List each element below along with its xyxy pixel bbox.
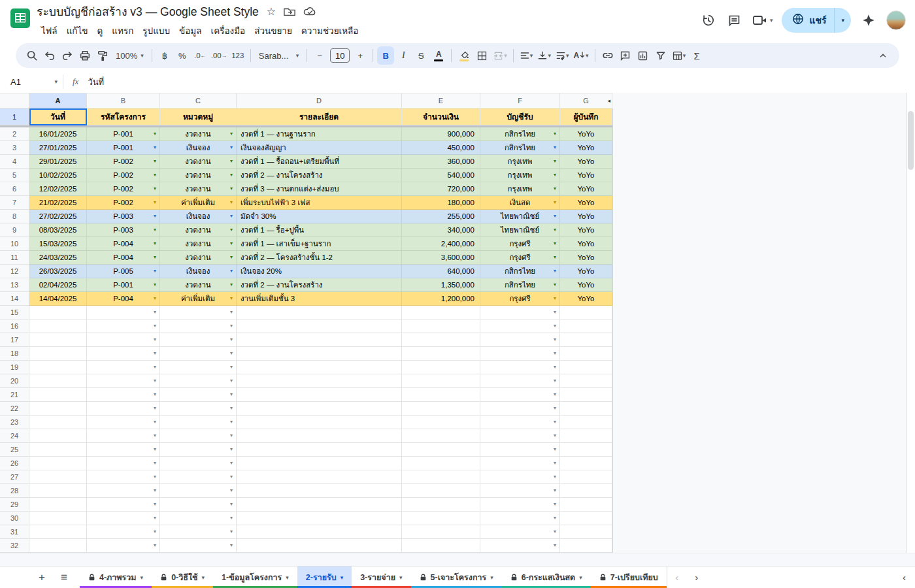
cell-B17[interactable]: ▾	[87, 333, 160, 347]
cell-D25[interactable]	[237, 443, 402, 457]
cell-B15[interactable]: ▾	[87, 306, 160, 319]
cell-F19[interactable]: ▾	[480, 361, 560, 374]
dropdown-arrow-icon[interactable]: ▾	[230, 502, 233, 507]
collapse-toolbar-icon[interactable]	[874, 46, 891, 65]
cell-C23[interactable]: ▾	[160, 416, 237, 429]
cell-A8[interactable]: 27/02/2025	[29, 210, 87, 223]
cell-B6[interactable]: P-002▾	[87, 182, 160, 196]
dropdown-arrow-icon[interactable]: ▾	[230, 310, 233, 315]
cell-C21[interactable]: ▾	[160, 388, 237, 402]
cell-G19[interactable]	[560, 361, 612, 374]
cell-A2[interactable]: 16/01/2025	[29, 127, 87, 141]
sheet-tab-2-รายรับ[interactable]: 2-รายรับ▾	[297, 566, 352, 588]
video-dropdown-caret[interactable]: ▾	[770, 17, 773, 24]
merge-cells-button[interactable]: ▾	[491, 46, 509, 65]
cell-C10[interactable]: งวดงาน▾	[160, 237, 237, 251]
cell-B4[interactable]: P-002▾	[87, 155, 160, 169]
row-header-12[interactable]: 12	[0, 265, 29, 278]
dropdown-arrow-icon[interactable]: ▾	[154, 131, 156, 137]
cell-B14[interactable]: P-004▾	[87, 292, 160, 306]
dropdown-arrow-icon[interactable]: ▾	[554, 282, 556, 287]
cell-F27[interactable]: ▾	[480, 470, 560, 484]
cell-D1[interactable]: รายละเอียด	[237, 108, 402, 125]
dropdown-arrow-icon[interactable]: ▾	[230, 282, 233, 287]
dropdown-arrow-icon[interactable]: ▾	[554, 474, 556, 480]
comments-icon[interactable]	[726, 12, 743, 29]
row-header-9[interactable]: 9	[0, 223, 29, 237]
dropdown-arrow-icon[interactable]: ▾	[154, 461, 156, 466]
cell-C32[interactable]: ▾	[160, 539, 237, 553]
cell-D22[interactable]	[237, 402, 402, 416]
dropdown-arrow-icon[interactable]: ▾	[230, 378, 233, 384]
redo-icon[interactable]	[59, 46, 76, 65]
dropdown-arrow-icon[interactable]: ▾	[230, 296, 233, 301]
cell-E15[interactable]	[402, 306, 480, 319]
cell-E14[interactable]: 1,200,000	[402, 292, 480, 306]
cell-F5[interactable]: กรุงเทพ▾	[480, 169, 560, 182]
cell-C1[interactable]: หมวดหมู่	[160, 108, 237, 125]
cell-A24[interactable]	[29, 429, 87, 443]
cell-B13[interactable]: P-001▾	[87, 278, 160, 292]
dropdown-arrow-icon[interactable]: ▾	[154, 515, 156, 521]
row-header-31[interactable]: 31	[0, 525, 29, 539]
dropdown-arrow-icon[interactable]: ▾	[554, 227, 556, 233]
dropdown-arrow-icon[interactable]: ▾	[154, 543, 156, 548]
dropdown-arrow-icon[interactable]: ▾	[230, 227, 233, 233]
cell-G1[interactable]: ผู้บันทึก	[560, 108, 612, 125]
add-sheet-button[interactable]: +	[33, 568, 51, 587]
text-color-button[interactable]: A	[430, 46, 447, 65]
dropdown-arrow-icon[interactable]: ▾	[154, 255, 156, 260]
sheet-tab-caret[interactable]: ▾	[579, 574, 582, 581]
select-all-corner[interactable]	[0, 93, 29, 108]
cell-F20[interactable]: ▾	[480, 374, 560, 388]
menu-item[interactable]: แก้ไข	[62, 23, 93, 39]
cloud-status-icon[interactable]	[303, 7, 316, 16]
increase-decimal-button[interactable]: .00→	[209, 46, 229, 65]
dropdown-arrow-icon[interactable]: ▾	[154, 433, 156, 438]
cell-E28[interactable]	[402, 484, 480, 498]
dropdown-arrow-icon[interactable]: ▾	[554, 351, 556, 356]
cell-G32[interactable]	[560, 539, 612, 553]
dropdown-arrow-icon[interactable]: ▾	[154, 200, 156, 205]
dropdown-arrow-icon[interactable]: ▾	[154, 241, 156, 246]
dropdown-arrow-icon[interactable]: ▾	[230, 529, 233, 534]
cell-E17[interactable]	[402, 333, 480, 347]
cell-E12[interactable]: 640,000	[402, 265, 480, 278]
cell-G4[interactable]: YoYo	[560, 155, 612, 169]
cell-C4[interactable]: งวดงาน▾	[160, 155, 237, 169]
cell-G29[interactable]	[560, 498, 612, 512]
row-header-10[interactable]: 10	[0, 237, 29, 251]
cell-D9[interactable]: งวดที่ 1 — รื้อ+ปูพื้น	[237, 223, 402, 237]
cell-D10[interactable]: งวดที่ 1 — เสาเข็ม+ฐานราก	[237, 237, 402, 251]
cell-A12[interactable]: 26/03/2025	[29, 265, 87, 278]
dropdown-arrow-icon[interactable]: ▾	[154, 502, 156, 507]
cell-B30[interactable]: ▾	[87, 512, 160, 525]
row-header-30[interactable]: 30	[0, 512, 29, 525]
cell-D11[interactable]: งวดที่ 2 — โครงสร้างชั้น 1-2	[237, 251, 402, 265]
dropdown-arrow-icon[interactable]: ▾	[154, 474, 156, 480]
sheet-tab-4-ภาพรวม[interactable]: 4-ภาพรวม▾	[80, 566, 152, 588]
all-sheets-menu-button[interactable]: ≡	[55, 568, 73, 587]
dropdown-arrow-icon[interactable]: ▾	[230, 543, 233, 548]
cell-F9[interactable]: ไทยพาณิชย์▾	[480, 223, 560, 237]
cell-D27[interactable]	[237, 470, 402, 484]
cell-F15[interactable]: ▾	[480, 306, 560, 319]
column-header-F[interactable]: F	[480, 93, 560, 108]
cell-G7[interactable]: YoYo	[560, 196, 612, 210]
star-icon[interactable]: ☆	[267, 5, 276, 18]
cell-A18[interactable]	[29, 347, 87, 361]
cell-F30[interactable]: ▾	[480, 512, 560, 525]
row-header-3[interactable]: 3	[0, 141, 29, 155]
dropdown-arrow-icon[interactable]: ▾	[554, 515, 556, 521]
cell-C17[interactable]: ▾	[160, 333, 237, 347]
cell-A7[interactable]: 21/02/2025	[29, 196, 87, 210]
horizontal-align-button[interactable]: ▾	[518, 46, 535, 65]
collapse-side-button[interactable]: ‹	[903, 572, 906, 583]
cell-E16[interactable]	[402, 319, 480, 333]
cell-A27[interactable]	[29, 470, 87, 484]
cell-G2[interactable]: YoYo	[560, 127, 612, 141]
strikethrough-button[interactable]: S	[412, 46, 429, 65]
cell-B26[interactable]: ▾	[87, 457, 160, 470]
dropdown-arrow-icon[interactable]: ▾	[230, 186, 233, 191]
dropdown-arrow-icon[interactable]: ▾	[554, 447, 556, 452]
